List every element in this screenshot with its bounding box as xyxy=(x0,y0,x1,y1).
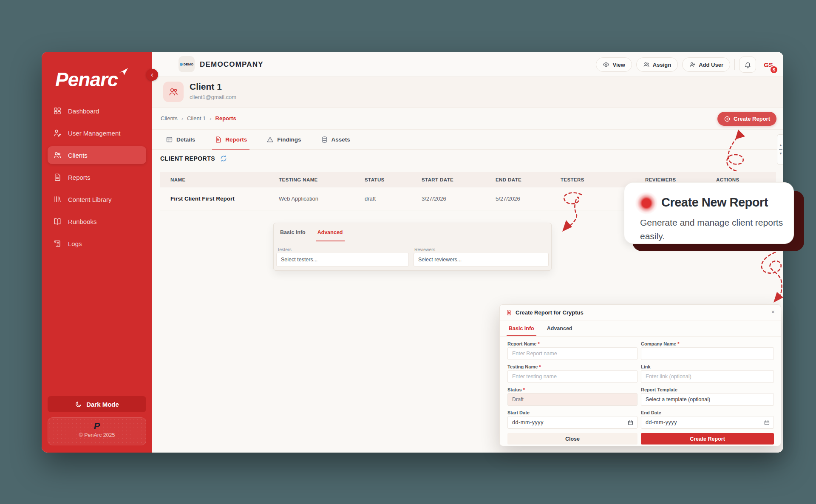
sidebar-item-dashboard[interactable]: Dashboard xyxy=(48,102,146,120)
footer-logo: P xyxy=(48,421,146,431)
tab-label: Reports xyxy=(225,136,247,143)
sidebar-item-label: Reports xyxy=(68,174,91,181)
callout-title: Create New Report xyxy=(661,195,768,210)
sidebar-item-clients[interactable]: Clients xyxy=(48,146,146,164)
link-label: Link xyxy=(641,364,651,369)
client-tabs: Details Reports Findings Assets xyxy=(152,130,783,149)
link-field[interactable] xyxy=(641,370,774,383)
pulse-dot-icon xyxy=(635,191,658,215)
column-header-testers: TESTERS xyxy=(561,177,645,182)
client-reports-section-header: CLIENT REPORTS xyxy=(160,155,227,162)
tab-reports[interactable]: Reports xyxy=(215,130,247,149)
breadcrumb-bar: Clients › Client 1 › Reports Create Repo… xyxy=(152,108,783,130)
notifications-button[interactable] xyxy=(739,57,756,73)
client-tabs-bar: Details Reports Findings Assets xyxy=(152,130,783,150)
sidebar-item-label: Dashboard xyxy=(68,108,99,115)
create-report-callout: Create New Report Generate and manage cl… xyxy=(624,182,794,244)
dark-mode-button[interactable]: Dark Mode xyxy=(48,396,146,412)
client-email: client1@gmail.com xyxy=(190,94,236,100)
company-name-field[interactable] xyxy=(641,347,774,360)
sidebar-item-reports[interactable]: Reports xyxy=(48,168,146,186)
file-text-icon xyxy=(215,136,222,143)
modal-tabs: Basic Info Advanced xyxy=(500,320,781,337)
callout-description: Generate and manage client reports easil… xyxy=(640,216,785,243)
required-mark: * xyxy=(539,364,541,369)
refresh-button[interactable] xyxy=(220,155,227,162)
report-template-label: Report Template xyxy=(641,387,677,392)
database-icon xyxy=(321,136,328,143)
calendar-icon xyxy=(627,419,634,426)
assign-button[interactable]: Assign xyxy=(636,57,678,72)
chevron-right-icon: › xyxy=(181,115,183,122)
sidebar-item-logs[interactable]: Logs xyxy=(48,235,146,252)
client-header-bar: Client 1 client1@gmail.com xyxy=(152,77,783,108)
testers-select[interactable]: Select testers... xyxy=(276,253,409,266)
report-template-select[interactable]: Select a template (optional) xyxy=(641,393,774,406)
top-header-bar: DEMO DEMOCOMPANY View Assign Add User xyxy=(152,52,783,77)
testing-name-field[interactable] xyxy=(507,370,638,383)
scroll-down-icon[interactable]: ▼ xyxy=(779,152,782,156)
view-button[interactable]: View xyxy=(596,57,632,72)
required-mark: * xyxy=(523,387,525,392)
copyright-text: © PenArc 2025 xyxy=(48,432,146,438)
user-avatar[interactable]: GS S xyxy=(760,57,776,73)
company-logo-dot xyxy=(180,63,183,66)
modal-tab-basic-info[interactable]: Basic Info xyxy=(509,326,534,331)
scroll-stepper[interactable]: ▲ ▼ xyxy=(777,134,783,165)
tab-label: Assets xyxy=(332,136,350,143)
company-badge-text: DEMO xyxy=(184,62,194,66)
breadcrumb-clients[interactable]: Clients xyxy=(161,115,178,122)
sidebar-item-runbooks[interactable]: Runbooks xyxy=(48,212,146,230)
add-user-button[interactable]: Add User xyxy=(682,57,730,72)
modal-close-button[interactable]: Close xyxy=(507,433,638,445)
breadcrumb-client-1[interactable]: Client 1 xyxy=(187,115,206,122)
column-header-status: STATUS xyxy=(365,177,422,182)
start-date-label: Start Date xyxy=(507,410,530,415)
start-date-value: dd-mm-yyyy xyxy=(512,419,544,425)
start-date-field[interactable]: dd-mm-yyyy xyxy=(507,416,638,429)
sidebar-collapse-button[interactable]: ‹ xyxy=(146,69,158,81)
create-report-modal: Create Report for Cryptus × Basic Info A… xyxy=(499,304,781,446)
sidebar-item-content-library[interactable]: Content Library xyxy=(48,190,146,208)
app-logo: Penarc xyxy=(55,68,118,91)
client-name: Client 1 xyxy=(190,82,222,92)
modal-header: Create Report for Cryptus × xyxy=(500,305,781,320)
scroll-handle[interactable] xyxy=(779,149,782,150)
tab-details[interactable]: Details xyxy=(166,130,195,149)
user-plus-icon xyxy=(689,61,696,68)
reviewers-label: Reviewers xyxy=(414,247,435,252)
user-edit-icon xyxy=(53,129,62,137)
required-mark: * xyxy=(677,341,679,346)
refresh-icon xyxy=(220,155,227,162)
close-icon[interactable]: × xyxy=(771,309,775,315)
breadcrumb-reports: Reports xyxy=(215,115,236,122)
panel-tab-basic-info[interactable]: Basic Info xyxy=(280,229,306,235)
logo-arrow-icon xyxy=(119,66,129,76)
end-date-field[interactable]: dd-mm-yyyy xyxy=(641,416,774,429)
reviewers-select[interactable]: Select reviewers... xyxy=(414,253,549,266)
modal-create-report-button[interactable]: Create Report xyxy=(641,433,774,445)
report-name-field[interactable] xyxy=(507,347,638,360)
status-select[interactable]: Draft xyxy=(507,393,638,406)
sidebar-item-label: User Management xyxy=(68,130,120,137)
company-logo-chip: DEMO xyxy=(178,56,195,72)
users-icon xyxy=(168,87,178,97)
scroll-up-icon[interactable]: ▲ xyxy=(779,144,782,147)
create-report-button[interactable]: Create Report xyxy=(717,112,776,126)
modal-tab-advanced[interactable]: Advanced xyxy=(547,326,572,331)
tab-findings[interactable]: Findings xyxy=(266,130,301,149)
book-open-icon xyxy=(53,217,62,226)
breadcrumb: Clients › Client 1 › Reports xyxy=(161,115,236,122)
sidebar-footer-card: P © PenArc 2025 xyxy=(48,417,146,445)
cell-testing-name: Web Application xyxy=(279,195,365,202)
end-date-value: dd-mm-yyyy xyxy=(646,419,677,425)
testers-label: Testers xyxy=(277,247,292,252)
add-user-label: Add User xyxy=(699,62,723,68)
calendar-icon xyxy=(764,419,770,426)
panel-tab-advanced[interactable]: Advanced xyxy=(317,229,343,235)
create-report-label: Create Report xyxy=(734,116,770,122)
tab-assets[interactable]: Assets xyxy=(321,130,350,149)
status-label: Status* xyxy=(507,387,525,392)
dark-mode-label: Dark Mode xyxy=(86,401,119,408)
sidebar-item-user-management[interactable]: User Management xyxy=(48,124,146,142)
